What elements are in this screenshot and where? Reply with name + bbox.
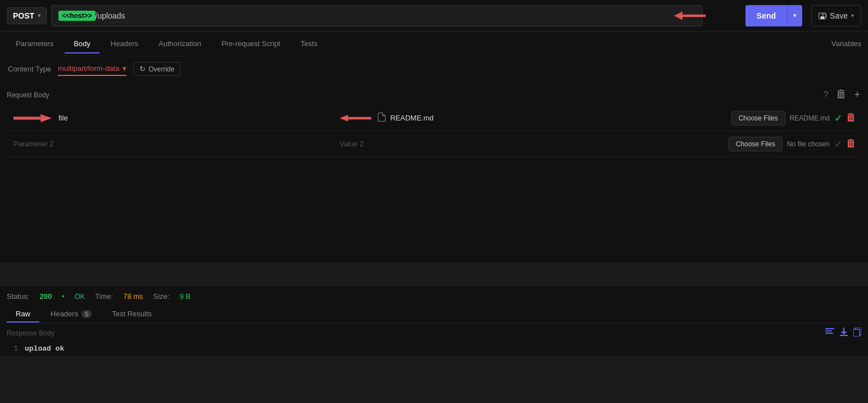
response-body-label: Response Body — [7, 329, 55, 337]
svg-rect-1 — [682, 14, 706, 17]
svg-rect-10 — [840, 335, 848, 336]
status-ok: OK — [74, 292, 85, 301]
content-type-select[interactable]: multipart/form-data ▾ — [58, 62, 126, 76]
trash-icon-1 — [847, 113, 855, 122]
choose-files-button-1[interactable]: Choose Files — [731, 111, 785, 126]
url-bar[interactable]: <<host>> /uploads — [51, 5, 703, 26]
svg-rect-2 — [13, 117, 40, 119]
tab-headers[interactable]: Headers — [102, 34, 147, 53]
param-name-1: file — [58, 114, 68, 122]
document-icon-1 — [378, 113, 386, 122]
trash-icon-2 — [847, 139, 855, 147]
resp-tab-headers[interactable]: Headers 5 — [42, 305, 101, 323]
svg-rect-12 — [853, 329, 860, 337]
method-select[interactable]: POST ▾ — [7, 7, 47, 24]
request-body-panel: Request Body ? + file — [0, 82, 868, 262]
table-row: file README.md Choose Files README.md ✓ — [7, 105, 861, 131]
download-icon — [840, 328, 848, 337]
file-chosen-label-1: README.md — [790, 114, 830, 122]
request-body-actions: ? + — [822, 88, 861, 102]
request-body-title: Request Body — [7, 91, 49, 99]
param-placeholder-2: Parameter 2 — [13, 140, 54, 148]
content-type-value: multipart/form-data — [58, 64, 119, 73]
actions-cell-1: Choose Files README.md ✓ — [725, 106, 861, 130]
help-button[interactable]: ? — [822, 89, 830, 101]
delete-row-1[interactable] — [847, 113, 855, 123]
tab-prerequest[interactable]: Pre-request Script — [213, 34, 290, 53]
file-chosen-label-2: No file chosen — [787, 140, 830, 148]
content-type-label: Content Type — [8, 65, 51, 73]
param-cell-1: file — [7, 108, 333, 128]
time-value: 78 ms — [123, 292, 143, 301]
tab-tests[interactable]: Tests — [292, 34, 327, 53]
send-main-button[interactable]: Send — [745, 5, 787, 26]
status-bullet: • — [62, 293, 64, 301]
size-value: 9 B — [180, 292, 191, 301]
headers-badge: 5 — [82, 310, 92, 318]
content-type-bar: Content Type multipart/form-data ▾ ↻ Ove… — [0, 56, 868, 82]
file-icon-1 — [378, 113, 386, 123]
save-button[interactable]: Save ▾ — [811, 5, 861, 26]
save-chevron: ▾ — [851, 12, 854, 19]
response-code-area: 1 upload ok — [7, 341, 861, 356]
send-button-group: Send ▾ — [745, 5, 802, 26]
url-arrow-indicator — [674, 10, 708, 21]
add-row-button[interactable]: + — [853, 88, 861, 102]
variables-tab[interactable]: Variables — [831, 34, 861, 53]
value-placeholder-2: Value 2 — [340, 140, 364, 148]
status-code: 200 — [39, 292, 52, 301]
tabs-bar: Parameters Body Headers Authorization Pr… — [0, 32, 868, 56]
override-button[interactable]: ↻ Override — [133, 62, 180, 76]
svg-rect-7 — [825, 330, 832, 332]
svg-marker-0 — [674, 11, 682, 20]
copy-icon — [853, 328, 861, 337]
status-bar: Status: 200 • OK Time: 78 ms Size: 9 B — [7, 285, 861, 305]
param-cell-2: Parameter 2 — [7, 135, 333, 153]
override-label: Override — [148, 65, 174, 73]
url-path: /uploads — [96, 11, 125, 20]
trash-all-icon — [837, 89, 845, 98]
check-icon-1: ✓ — [834, 112, 843, 124]
svg-marker-3 — [40, 114, 52, 122]
host-badge: <<host>> — [58, 11, 95, 21]
override-refresh-icon: ↻ — [139, 65, 146, 73]
choose-files-button-2[interactable]: Choose Files — [729, 137, 783, 151]
param-arrow-1 — [13, 113, 53, 124]
code-line-1: upload ok — [25, 344, 64, 353]
line-number-1: 1 — [7, 344, 18, 353]
size-label: Size: — [153, 292, 170, 301]
table-row: Parameter 2 Value 2 Choose Files No file… — [7, 131, 861, 157]
svg-rect-5 — [348, 117, 371, 119]
svg-marker-4 — [340, 115, 348, 122]
tab-parameters[interactable]: Parameters — [7, 34, 62, 53]
top-bar: POST ▾ <<host>> /uploads Send ▾ Save ▾ — [0, 0, 868, 32]
status-label: Status: — [7, 292, 29, 301]
value-cell-2: Value 2 — [333, 135, 722, 153]
response-panel: Status: 200 • OK Time: 78 ms Size: 9 B R… — [0, 285, 868, 356]
value-cell-1: README.md — [333, 108, 725, 128]
value-arrow-1 — [340, 113, 373, 123]
delete-all-button[interactable] — [836, 88, 846, 102]
svg-rect-8 — [825, 333, 833, 334]
tab-authorization[interactable]: Authorization — [150, 34, 210, 53]
download-button[interactable] — [840, 328, 848, 339]
time-label: Time: — [95, 292, 113, 301]
response-tabs-bar: Raw Headers 5 Test Results — [7, 305, 861, 323]
check-icon-2: ✓ — [834, 138, 843, 150]
response-body-actions — [825, 328, 861, 339]
content-type-chevron: ▾ — [123, 64, 126, 73]
copy-button[interactable] — [853, 328, 861, 339]
send-dropdown-button[interactable]: ▾ — [788, 5, 802, 26]
resp-tab-raw[interactable]: Raw — [7, 305, 39, 323]
tab-body[interactable]: Body — [65, 34, 100, 53]
wrap-icon — [825, 328, 834, 336]
method-label: POST — [13, 11, 34, 20]
actions-cell-2: Choose Files No file chosen ✓ — [722, 132, 861, 156]
method-chevron: ▾ — [38, 12, 40, 19]
resp-tab-test-results[interactable]: Test Results — [103, 305, 161, 323]
request-body-header: Request Body ? + — [7, 82, 861, 105]
delete-row-2[interactable] — [847, 139, 855, 149]
word-wrap-button[interactable] — [825, 328, 834, 338]
response-body-bar: Response Body — [7, 323, 861, 341]
file-name-1: README.md — [390, 114, 433, 122]
